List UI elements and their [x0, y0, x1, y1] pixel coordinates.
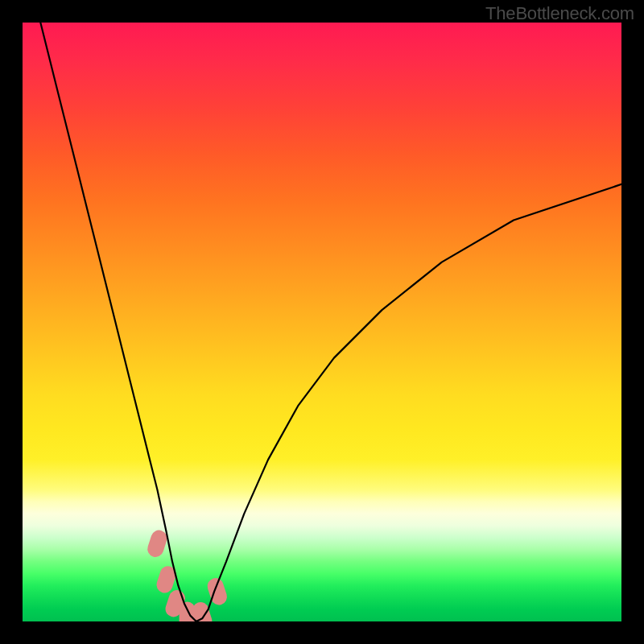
chart-frame: TheBottleneck.com — [0, 0, 644, 644]
gradient-plot-area — [23, 23, 621, 621]
watermark-label: TheBottleneck.com — [485, 3, 634, 24]
